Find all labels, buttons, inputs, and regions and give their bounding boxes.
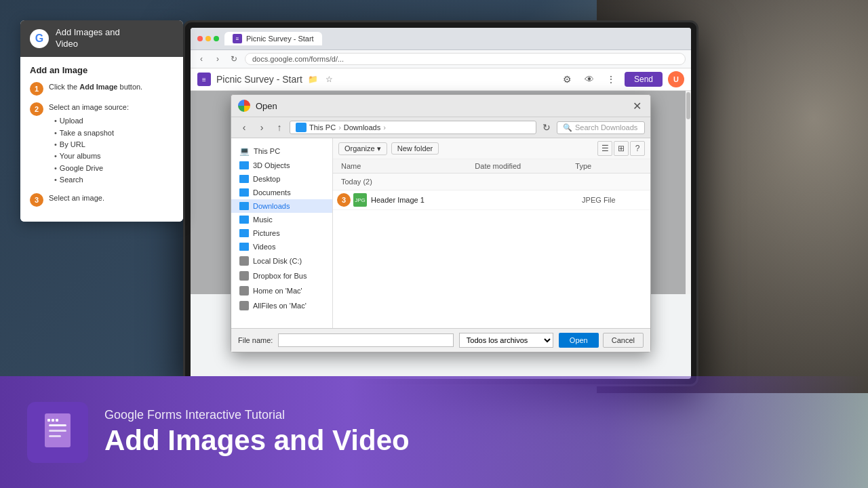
dialog-close-button[interactable]: ✕ bbox=[630, 99, 644, 113]
svg-rect-3 bbox=[49, 430, 66, 432]
sidebar-3d-objects[interactable]: 3D Objects bbox=[231, 159, 332, 172]
breadcrumb-thispc[interactable]: This PC bbox=[309, 123, 336, 131]
forward-icon[interactable]: › bbox=[212, 54, 223, 64]
scrollbar-thumb[interactable] bbox=[686, 92, 690, 119]
organize-button[interactable]: Organize ▾ bbox=[338, 142, 387, 155]
url-text: docs.google.com/forms/d/... bbox=[252, 55, 344, 63]
folder-desktop-icon bbox=[239, 175, 249, 183]
folder-music-icon bbox=[239, 216, 249, 224]
source-search: Search bbox=[54, 174, 129, 186]
browser-chrome: ≡ Picnic Survey - Start bbox=[191, 28, 691, 50]
settings-icon[interactable]: ⚙ bbox=[559, 71, 576, 87]
step-2-text: Select an image source: Upload Take a sn… bbox=[49, 102, 129, 186]
svg-rect-4 bbox=[49, 435, 61, 437]
dialog-footer: File name: Todos los archivos Open Cance… bbox=[231, 328, 650, 352]
svg-rect-2 bbox=[49, 424, 66, 426]
monitor-screen: ≡ Picnic Survey - Start ‹ › ↻ docs.googl… bbox=[191, 28, 691, 379]
breadcrumb-downloads[interactable]: Downloads bbox=[344, 123, 380, 131]
step-1-badge: 1 bbox=[30, 82, 43, 96]
source-drive: Google Drive bbox=[54, 163, 129, 174]
open-button[interactable]: Open bbox=[559, 333, 599, 348]
sidebar-local-disk[interactable]: Local Disk (C:) bbox=[231, 253, 332, 268]
source-upload: Upload bbox=[54, 115, 129, 127]
search-placeholder: Search Downloads bbox=[575, 123, 637, 131]
folder-documents-icon bbox=[239, 188, 249, 197]
reload-icon[interactable]: ↻ bbox=[229, 54, 239, 64]
monitor: ≡ Picnic Survey - Start ‹ › ↻ docs.googl… bbox=[183, 20, 698, 386]
forms-title: Picnic Survey - Start bbox=[216, 74, 302, 85]
step-1-row: 1 Click the Add Image button. bbox=[30, 82, 174, 96]
preview-icon[interactable]: 👁 bbox=[581, 71, 597, 87]
more-icon[interactable]: ⋮ bbox=[603, 71, 619, 87]
source-list: Upload Take a snapshot By URL Your album… bbox=[49, 115, 129, 186]
nav-forward-button[interactable]: › bbox=[254, 120, 269, 135]
dialog-body: 💻 This PC 3D Objects Desktop bbox=[231, 138, 650, 328]
url-bar[interactable]: docs.google.com/forms/d/... bbox=[245, 53, 686, 65]
search-box[interactable]: 🔍 Search Downloads bbox=[557, 121, 645, 134]
avatar[interactable]: U bbox=[668, 71, 684, 87]
maximize-dot[interactable] bbox=[214, 36, 219, 41]
dialog-overlay: Open ✕ ‹ › ↑ This PC › Downloads bbox=[191, 91, 691, 294]
drive-home-mac-icon bbox=[239, 286, 249, 296]
file-row-header-image[interactable]: 3 JPG Header Image 1 JPEG File bbox=[333, 190, 650, 210]
tab-title: Picnic Survey - Start bbox=[246, 35, 314, 43]
browser-tab[interactable]: ≡ Picnic Survey - Start bbox=[224, 32, 322, 45]
col-type-header[interactable]: Type bbox=[575, 162, 642, 170]
filetype-select[interactable]: Todos los archivos bbox=[459, 333, 553, 348]
col-modified-header[interactable]: Date modified bbox=[475, 162, 575, 170]
view-list-button[interactable]: ☰ bbox=[597, 141, 612, 156]
folder-breadcrumb-icon bbox=[296, 123, 307, 132]
minimize-dot[interactable] bbox=[205, 36, 211, 41]
back-icon[interactable]: ‹ bbox=[196, 54, 207, 64]
nav-refresh-button[interactable]: ↻ bbox=[539, 120, 554, 135]
vertical-scrollbar[interactable] bbox=[686, 91, 691, 294]
step-3-text: Select an image. bbox=[49, 193, 104, 203]
sidebar-dropbox[interactable]: Dropbox for Bus bbox=[231, 268, 332, 283]
sidebar-home-mac[interactable]: Home on 'Mac' bbox=[231, 283, 332, 298]
send-button[interactable]: Send bbox=[625, 72, 663, 87]
tutorial-body: Add an Image 1 Click the Add Image butto… bbox=[20, 57, 183, 222]
cancel-button[interactable]: Cancel bbox=[603, 333, 644, 348]
view-buttons: ☰ ⊞ ? bbox=[597, 141, 645, 156]
dialog-file-toolbar: Organize ▾ New folder ☰ ⊞ ? bbox=[333, 138, 650, 159]
tutorial-header-title: Add Images andVideo bbox=[56, 27, 120, 50]
breadcrumb-bar: This PC › Downloads › bbox=[290, 121, 536, 134]
sidebar-pictures[interactable]: Pictures bbox=[231, 226, 332, 240]
sidebar-music[interactable]: Music bbox=[231, 213, 332, 226]
new-folder-button[interactable]: New folder bbox=[391, 142, 439, 155]
file-type: JPEG File bbox=[582, 196, 642, 204]
section-title: Add an Image bbox=[30, 65, 174, 75]
svg-rect-5 bbox=[47, 419, 50, 422]
folder-pictures-icon bbox=[239, 229, 249, 237]
nav-up-button[interactable]: ↑ bbox=[272, 120, 287, 135]
nav-back-button[interactable]: ‹ bbox=[237, 120, 252, 135]
view-grid-button[interactable]: ⊞ bbox=[614, 141, 629, 156]
sidebar-documents[interactable]: Documents bbox=[231, 186, 332, 199]
forms-big-icon bbox=[37, 412, 78, 453]
sidebar-allfiles-mac[interactable]: AllFiles on 'Mac' bbox=[231, 298, 332, 313]
folder-icon[interactable]: 📁 bbox=[308, 74, 319, 85]
col-name-header[interactable]: Name bbox=[341, 162, 475, 170]
sidebar-downloads[interactable]: Downloads bbox=[231, 199, 332, 213]
filename-input[interactable] bbox=[278, 333, 453, 347]
dialog-sidebar: 💻 This PC 3D Objects Desktop bbox=[231, 138, 333, 328]
sidebar-desktop[interactable]: Desktop bbox=[231, 172, 332, 186]
bottom-text: Google Forms Interactive Tutorial Add Im… bbox=[104, 408, 410, 456]
today-group-header[interactable]: Today (2) bbox=[333, 174, 650, 190]
step-3-row: 3 Select an image. bbox=[30, 193, 174, 207]
forms-icon-bg bbox=[27, 402, 88, 463]
breadcrumb-sep1: › bbox=[338, 123, 341, 131]
tutorial-panel: G Add Images andVideo Add an Image 1 Cli… bbox=[20, 20, 183, 222]
svg-rect-7 bbox=[56, 419, 58, 422]
star-icon[interactable]: ☆ bbox=[324, 74, 335, 85]
sidebar-this-pc[interactable]: 💻 This PC bbox=[231, 144, 332, 159]
chrome-logo-icon bbox=[238, 100, 250, 112]
step-3-badge: 3 bbox=[30, 193, 43, 207]
footer-buttons: Open Cancel bbox=[559, 333, 644, 348]
close-dot[interactable] bbox=[197, 36, 203, 41]
dialog-nav: ‹ › ↑ This PC › Downloads › ↻ 🔍 bbox=[231, 117, 650, 138]
view-help-button[interactable]: ? bbox=[630, 141, 645, 156]
sidebar-videos[interactable]: Videos bbox=[231, 240, 332, 253]
folder-videos-icon bbox=[239, 243, 249, 251]
step-1-text: Click the Add Image button. bbox=[49, 82, 142, 92]
